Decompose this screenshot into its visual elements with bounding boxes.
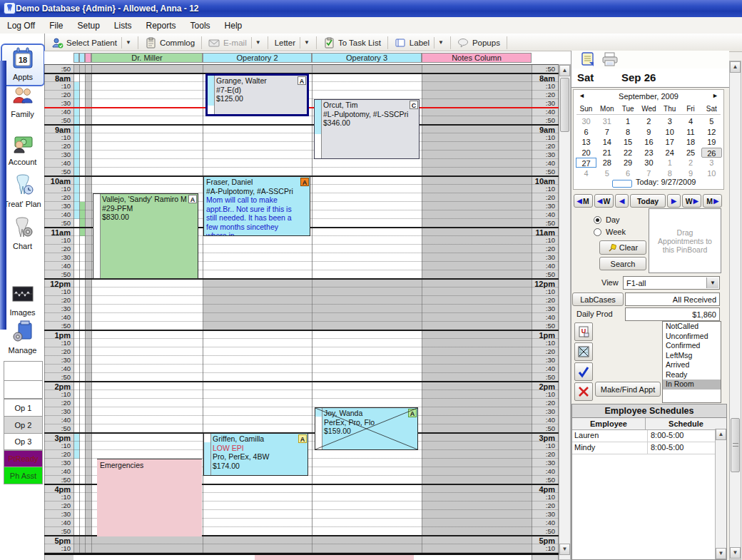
confirm-check-button[interactable] [574,362,593,381]
dropdown-arrow-icon[interactable]: ▼ [300,37,310,49]
calendar-day-1[interactable]: 1 [618,116,639,126]
letter-button[interactable]: Letter▼ [270,35,314,51]
nav-back-w-button[interactable]: ◀W [594,194,614,208]
nav-forward-m-button[interactable]: M▶ [703,194,722,208]
calendar-day-31-adjacent[interactable]: 31 [596,116,617,126]
calendar-day-4-adjacent[interactable]: 4 [576,168,596,178]
calendar-day-29[interactable]: 29 [618,158,639,168]
calendar-day-19[interactable]: 19 [701,137,722,147]
day-radio-label[interactable]: Day [606,215,620,224]
grid-column-s2[interactable] [79,64,85,560]
calendar-day-6-adjacent[interactable]: 6 [618,168,639,178]
calendar-day-5[interactable]: 5 [701,116,722,126]
panel-scroll-thumb[interactable] [731,418,740,472]
appointment-joy[interactable]: Joy, WandaPerEx, Pro, Flo$159.00A [315,407,418,450]
menu-item-file[interactable]: File [42,19,70,33]
employee-table-scrollbar[interactable]: ▲ ▼ [715,429,726,559]
nav-today-button[interactable]: Today [630,194,666,208]
op-button-ptready[interactable]: PtReady [4,450,43,467]
sidebar-item-manage[interactable]: Manage [2,318,43,358]
calendar-day-28[interactable]: 28 [596,158,617,168]
status-item-confirmed[interactable]: Confirmed [663,341,721,351]
status-item-in-room[interactable]: In Room [663,380,721,390]
appointment-orcut[interactable]: Orcut, Tim#L-Pulpotomy, #L-SSCPri$346.00… [314,99,420,159]
calendar-day-13[interactable]: 13 [576,137,596,147]
grid-column-notes[interactable] [422,64,532,560]
calendar-day-3[interactable]: 3 [659,116,680,126]
sidebar-item-appts[interactable]: 18Appts [1,44,45,86]
calendar-day-20[interactable]: 20 [576,148,596,158]
menu-item-help[interactable]: Help [218,19,250,33]
nav-back-m-button[interactable]: ◀M [574,194,593,208]
calendar-day-24[interactable]: 24 [659,148,680,158]
calendar-day-26[interactable]: 26 [701,148,722,158]
sidebar-item-treat-plan[interactable]: Treat' Plan [2,172,43,212]
nav-forward-day-button[interactable]: ▶ [667,194,681,208]
week-radio[interactable] [594,228,601,236]
grid-column-s3[interactable] [85,64,91,560]
grid-column-s1[interactable] [73,64,79,560]
nav-back-day-button[interactable]: ◀ [615,194,629,208]
appointment-fraser[interactable]: Fraser, Daniel#A-Pulpotomy, #A-SSCPriMom… [203,176,310,236]
calendar-day-30-adjacent[interactable]: 30 [576,116,596,126]
clear-button[interactable]: Clear [599,240,646,255]
pinboard[interactable]: Drag Appointments to this PinBoard [649,208,721,273]
unscheduled-list-button[interactable]: U [574,322,593,341]
op-button-blank-0[interactable] [4,361,43,381]
column-header-op2[interactable]: Operatory 2 [203,53,312,63]
grid-scroll-down-button[interactable]: ▼ [559,544,570,555]
employee-row[interactable]: Mindy8:00-5:00 [572,442,726,454]
blockout-emergencies[interactable]: Emergencies [97,459,202,536]
calendar-day-7-adjacent[interactable]: 7 [639,168,659,178]
menu-item-reports[interactable]: Reports [139,19,183,33]
sidebar-item-family[interactable]: Family [2,82,43,122]
panel-scroll-down-button[interactable]: ▼ [730,547,741,559]
panel-scroll-up-button[interactable]: ▲ [730,61,741,73]
calendar-day-9-adjacent[interactable]: 9 [681,168,701,178]
pinboard-note-button[interactable] [579,51,596,67]
calendar-day-15[interactable]: 15 [618,137,639,147]
sidebar-item-images[interactable]: Images [2,280,43,320]
calendar-day-27[interactable]: 27 [576,158,596,168]
week-radio-label[interactable]: Week [606,228,626,236]
calendar-day-30[interactable]: 30 [639,158,659,168]
grid-column-op2[interactable] [203,64,312,560]
status-item-arrived[interactable]: Arrived [663,360,721,370]
calendar-today-label[interactable]: Today: 9/27/2009 [636,178,696,186]
op-button-op-3[interactable]: Op 3 [4,433,43,450]
column-header-notes[interactable]: Notes Column [422,53,532,63]
labcases-button[interactable]: LabCases [572,292,624,306]
employee-row[interactable]: Lauren8:00-5:00 [572,430,726,442]
calendar-day-14[interactable]: 14 [596,137,617,147]
search-button[interactable]: Search [599,257,646,270]
menu-item-log-off[interactable]: Log Off [0,19,42,33]
grid-scroll-up-button[interactable]: ▲ [559,65,570,76]
dropdown-arrow-icon[interactable]: ▼ [434,37,444,49]
calendar-day-2[interactable]: 2 [639,116,659,126]
calendar-day-18[interactable]: 18 [681,137,701,147]
calendar-day-7[interactable]: 7 [596,127,617,137]
calendar-day-1-adjacent[interactable]: 1 [659,158,680,168]
status-item-ready[interactable]: Ready [663,370,721,380]
appointment-grange[interactable]: Grange, Walter#7-E(d)$125.00A [205,73,309,116]
dropdown-arrow-icon[interactable]: ▼ [251,37,261,49]
calendar-day-8-adjacent[interactable]: 8 [659,168,680,178]
select-patient-button[interactable]: Select Patient▼ [47,35,136,51]
appointment-griffen[interactable]: Griffen, CamillaLOW EPIPro, PerEx, 4BW$1… [203,433,308,476]
menu-item-tools[interactable]: Tools [183,19,218,33]
calendar-day-10[interactable]: 10 [659,127,680,137]
print-button[interactable] [601,51,619,67]
op-button-op-2[interactable]: Op 2 [4,416,43,434]
calendar-today-box[interactable] [612,180,632,188]
delete-x-button[interactable] [574,382,593,401]
calendar-day-3-adjacent[interactable]: 3 [701,158,722,168]
day-radio[interactable] [594,216,601,224]
calendar-day-12[interactable]: 12 [701,127,722,137]
sidebar-item-chart[interactable]: Chart [2,214,43,254]
column-header-miller[interactable]: Dr. Miller [91,53,203,63]
employee-scroll-up-button[interactable]: ▲ [716,429,726,440]
calendar-day-17[interactable]: 17 [659,137,680,147]
menu-item-setup[interactable]: Setup [70,19,106,33]
grid-vscrollbar[interactable]: ▲ ▼ [559,64,571,560]
grid-scroll-thumb[interactable] [560,78,569,132]
